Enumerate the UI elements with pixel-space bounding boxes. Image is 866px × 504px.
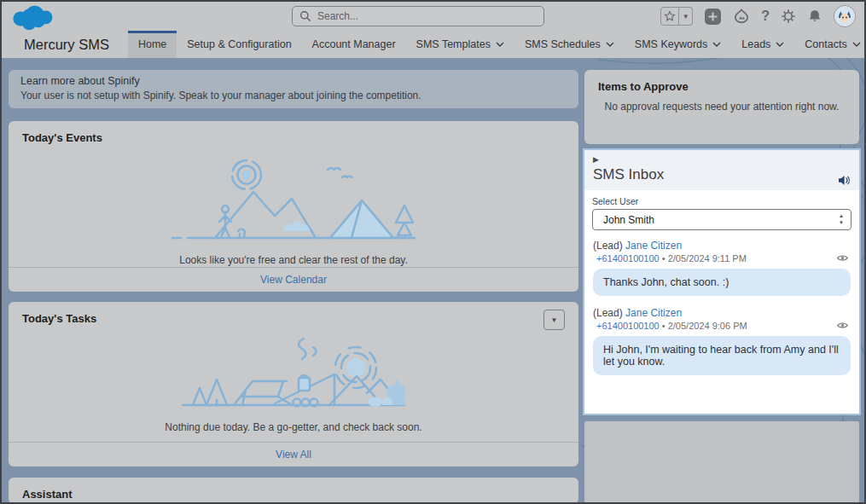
tab-label: SMS Schedules [525,38,601,50]
events-empty-state: Looks like you're free and clear the res… [9,252,578,267]
tasks-empty-text: Nothing due today. Be a go-getter, and c… [165,421,421,433]
tab-sms-keywords[interactable]: SMS Keywords [625,31,731,58]
chevron-down-icon [776,42,784,48]
app-name: Mercury SMS [24,37,109,53]
tab-home[interactable]: Home [128,31,177,58]
lead-prefix: (Lead) [593,240,625,252]
salesforce-logo-icon [10,4,53,30]
tab-label: SMS Keywords [635,38,707,50]
approve-card-title: Items to Approve [584,70,859,98]
tasks-card-title: Today's Tasks [9,302,578,330]
tab-sms-schedules[interactable]: SMS Schedules [514,31,625,58]
select-spinner-icon: ▲ ▼ [839,212,844,226]
header-icon-cluster: ▼ ? [660,2,856,31]
approve-empty-text: No approval requests need your attention… [605,101,840,113]
global-actions-icon[interactable] [704,8,722,26]
search-input[interactable] [317,10,522,22]
events-card-title: Today's Events [9,121,578,149]
view-calendar-link[interactable]: View Calendar [260,274,327,286]
tasks-menu-button[interactable]: ▼ [543,310,565,330]
tab-leads[interactable]: Leads [731,31,794,58]
separator-dot: • [660,253,668,264]
triangle-down-icon: ▼ [551,316,558,324]
global-search [292,6,544,26]
tab-label: Account Manager [312,38,396,50]
favorite-star-icon[interactable] [660,7,679,26]
tab-sms-templates[interactable]: SMS Templates [406,31,514,58]
campfire-empty-state-illustration [174,330,413,415]
approve-empty-state: No approval requests need your attention… [584,98,859,113]
tasks-empty-state: Nothing due today. Be a go-getter, and c… [9,419,578,434]
message-bubble: Hi John, I'm waiting to hear back from A… [593,336,851,375]
tab-label: Setup & Configuration [187,38,291,50]
sms-message-list: (Lead) Jane Citizen +61400100100 • 2/05/… [584,230,859,375]
eye-icon[interactable] [836,253,849,263]
chevron-down-icon [496,42,504,48]
tasks-card-footer: View All [9,442,578,466]
sms-inbox-title: SMS Inbox [593,166,851,183]
message-timestamp: 2/05/2024 9:11 PM [668,253,747,264]
tab-setup-configuration[interactable]: Setup & Configuration [177,31,301,58]
app-nav-bar: Mercury SMS Home Setup & Configuration A… [2,31,864,58]
todays-events-card: Today's Events [9,121,578,292]
help-icon[interactable]: ? [761,9,770,24]
tab-label: Leads [741,38,770,50]
chevron-down-icon [712,42,721,48]
sms-message: (Lead) Jane Citizen +61400100100 • 2/05/… [593,240,851,296]
sms-inbox-header: ▶ SMS Inbox [584,150,859,190]
message-timestamp: 2/05/2024 9:06 PM [668,321,747,331]
chevron-down-icon [852,42,861,48]
tab-label: Home [138,38,166,50]
tab-account-manager[interactable]: Account Manager [302,31,406,58]
lead-prefix: (Lead) [593,307,625,319]
todays-tasks-card: Today's Tasks ▼ [9,302,578,466]
events-card-footer: View Calendar [9,267,578,292]
message-bubble: Thanks John, chat soon. :) [593,269,851,296]
user-select[interactable]: John Smith ▲ ▼ [592,209,851,230]
banner-title: Learn more about Spinify [20,75,567,87]
events-empty-text: Looks like you're free and clear the res… [179,254,408,266]
favorites-group: ▼ [660,7,693,26]
eye-icon[interactable] [836,321,849,330]
view-all-link[interactable]: View All [276,449,311,461]
notifications-bell-icon[interactable] [807,9,822,24]
speaker-icon[interactable] [838,175,851,186]
tab-label: SMS Templates [416,38,491,50]
tab-label: Contacts [805,38,846,50]
items-to-approve-card: Items to Approve No approval requests ne… [584,70,859,144]
user-select-value: John Smith [593,214,654,226]
contact-link[interactable]: Jane Citizen [625,240,682,252]
camping-empty-state-illustration [166,149,421,250]
setup-gear-icon[interactable] [781,9,796,24]
nav-tabs: Home Setup & Configuration Account Manag… [128,31,866,58]
assistant-card: Assistant [9,478,578,504]
search-icon [299,10,311,22]
banner-body: Your user is not setup with Spinify. Spe… [20,90,567,101]
separator-dot: • [660,321,668,331]
assistant-card-title: Assistant [9,478,578,504]
select-user-label: Select User [592,196,851,206]
tab-contacts[interactable]: Contacts [794,31,866,58]
sms-inbox-panel: ▶ SMS Inbox Select User John Smith ▲ ▼ (… [583,148,861,415]
app-window: ▼ ? Mercury SMS Home [0,0,866,504]
chevron-down-icon [606,42,614,48]
favorites-dropdown-icon[interactable]: ▼ [679,7,693,26]
contact-link[interactable]: Jane Citizen [625,307,682,319]
phone-link[interactable]: +61400100100 [596,253,660,264]
phone-link[interactable]: +61400100100 [596,321,660,331]
play-icon[interactable]: ▶ [593,156,851,164]
next-component-placeholder [584,421,859,504]
user-avatar[interactable] [834,5,856,27]
spinify-banner: Learn more about Spinify Your user is no… [9,70,578,108]
global-header: ▼ ? [2,2,864,31]
trailhead-icon[interactable] [733,8,750,25]
message-header: (Lead) Jane Citizen +61400100100 • 2/05/… [593,307,851,331]
sms-message: (Lead) Jane Citizen +61400100100 • 2/05/… [593,307,851,375]
message-header: (Lead) Jane Citizen +61400100100 • 2/05/… [593,240,851,264]
